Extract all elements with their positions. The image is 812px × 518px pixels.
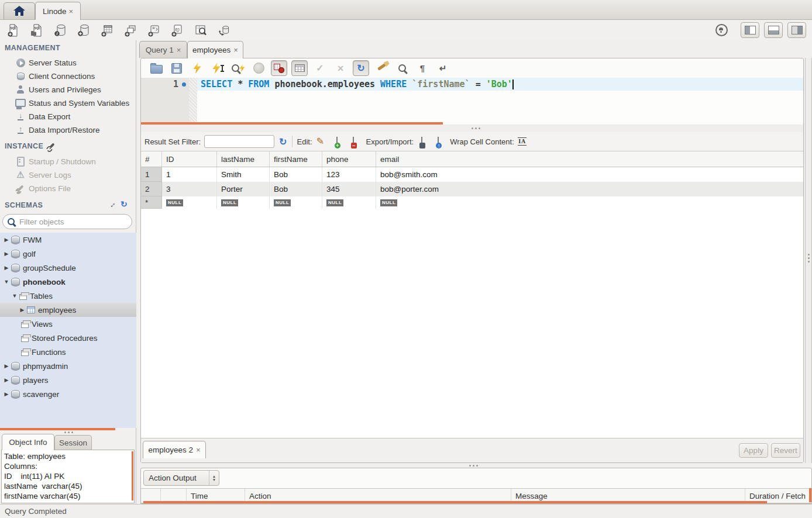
chevron-right-icon[interactable]: ▶ — [4, 377, 9, 383]
notification-bell-icon[interactable] — [715, 24, 728, 36]
tab-session[interactable]: Session — [54, 435, 92, 450]
chevron-right-icon[interactable]: ▶ — [19, 307, 25, 313]
column-header-rownum[interactable]: # — [141, 151, 162, 167]
create-procedure-button[interactable] — [146, 23, 161, 38]
tab-query-1[interactable]: Query 1 × — [139, 41, 187, 58]
sidebar-item-users-privileges[interactable]: Users and Privileges — [0, 83, 136, 96]
tree-item-schema-phonebook[interactable]: ▼ phonebook — [0, 275, 136, 289]
tree-item-schema-fwm[interactable]: ▶ FWM — [0, 233, 136, 247]
grid-cell[interactable]: NULL — [217, 196, 270, 209]
schema-filter-input[interactable] — [18, 217, 114, 227]
splitter-handle[interactable] — [808, 254, 810, 255]
sql-line-1[interactable]: SELECT * FROM phonebook.employees WHERE … — [197, 78, 803, 91]
rollback-button[interactable]: ✕ — [332, 60, 349, 76]
toggle-stop-on-error-button[interactable] — [271, 60, 287, 76]
home-tab[interactable] — [4, 2, 35, 19]
sidebar-item-client-connections[interactable]: Client Connections — [0, 70, 136, 82]
column-header-lastname[interactable]: lastName — [217, 151, 270, 167]
beautify-script-button[interactable] — [373, 60, 390, 76]
create-function-button[interactable]: f() — [170, 23, 185, 38]
connection-tab[interactable]: Linode × — [35, 2, 81, 20]
chevron-right-icon[interactable]: ▶ — [4, 265, 9, 271]
new-row-marker[interactable]: * — [141, 196, 162, 209]
grid-cell[interactable]: 3 — [162, 182, 217, 196]
toggle-right-sidebar-button[interactable] — [787, 22, 806, 38]
apply-button[interactable]: Apply — [739, 443, 768, 458]
grid-cell[interactable]: 123 — [322, 167, 376, 182]
tab-employees[interactable]: employees × — [187, 41, 243, 58]
search-table-data-button[interactable] — [193, 23, 208, 38]
grid-cell[interactable]: Bob — [270, 182, 322, 196]
sidebar-item-data-export[interactable]: ↓ Data Export — [0, 110, 136, 123]
tree-item-tables[interactable]: ▼ Tables — [0, 289, 136, 303]
toggle-wrap-cell-button[interactable]: IA — [514, 134, 531, 150]
reconnect-dbms-button[interactable] — [216, 23, 232, 38]
sidebar-item-data-import[interactable]: ↑ Data Import/Restore — [0, 123, 136, 136]
open-file-button[interactable] — [148, 60, 164, 76]
column-header-phone[interactable]: phone — [322, 151, 376, 167]
explain-plan-button[interactable] — [230, 60, 246, 76]
chevron-down-icon[interactable]: ▼ — [4, 279, 9, 285]
grid-cell[interactable]: bob@smith.com — [376, 167, 803, 182]
show-invisibles-button[interactable]: ¶ — [414, 60, 431, 76]
create-table-button[interactable] — [99, 23, 115, 38]
close-icon[interactable]: × — [196, 446, 201, 454]
revert-button[interactable]: Revert — [771, 443, 800, 458]
sql-code-area[interactable]: 1 SELECT * FROM phonebook.employees WHER… — [141, 78, 803, 122]
editor-result-splitter[interactable] — [141, 125, 803, 132]
chevron-right-icon[interactable]: ▶ — [4, 363, 9, 369]
toggle-left-sidebar-button[interactable] — [741, 22, 759, 38]
spinner-icon[interactable]: ▲▼ — [209, 471, 219, 485]
create-schema-button[interactable] — [76, 23, 91, 38]
import-records-button[interactable]: ↑ — [430, 134, 446, 150]
grid-cell[interactable]: Smith — [217, 167, 270, 182]
column-header-email[interactable]: email — [376, 151, 803, 167]
open-sql-script-button[interactable]: SQL — [29, 23, 44, 38]
chevron-down-icon[interactable]: ▼ — [12, 293, 18, 299]
toggle-autocommit-button[interactable]: ↻ — [353, 60, 369, 76]
expand-schemas-icon[interactable]: ↔ — [105, 198, 118, 210]
sidebar-item-startup-shutdown[interactable]: Startup / Shutdown — [0, 155, 136, 168]
column-header-firstname[interactable]: firstName — [270, 151, 322, 167]
sidebar-item-options-file[interactable]: Options File — [0, 182, 136, 195]
grid-cell[interactable]: NULL — [322, 196, 376, 209]
grid-cell[interactable]: NULL — [270, 196, 322, 209]
stop-query-button[interactable] — [250, 60, 267, 76]
object-info-scrollbar[interactable] — [132, 451, 133, 500]
grid-cell[interactable]: 1 — [162, 167, 217, 182]
splitter-handle[interactable] — [472, 127, 473, 129]
create-view-button[interactable] — [123, 23, 138, 38]
output-selector[interactable]: Action Output ▲▼ — [143, 470, 219, 486]
toggle-word-wrap-button[interactable]: ↵ — [435, 60, 451, 76]
result-filter-input[interactable] — [204, 135, 274, 148]
delete-row-button[interactable]: − — [345, 134, 362, 150]
tree-item-stored-procedures[interactable]: Stored Procedures — [0, 331, 136, 345]
refresh-schemas-icon[interactable]: ↻ — [121, 199, 128, 209]
close-icon[interactable]: × — [233, 46, 238, 54]
grid-cell[interactable]: 345 — [322, 182, 376, 196]
tree-item-schema-phpmyadmin[interactable]: ▶ phpmyadmin — [0, 359, 136, 373]
execute-query-button[interactable] — [189, 60, 205, 76]
sidebar-item-server-status[interactable]: Server Status — [0, 56, 136, 69]
export-recordset-button[interactable] — [414, 134, 430, 150]
output-vscrollbar[interactable] — [809, 488, 811, 502]
sidebar-item-server-logs[interactable]: ⚠ Server Logs — [0, 168, 136, 181]
find-button[interactable] — [394, 60, 410, 76]
tree-item-schema-groupschedule[interactable]: ▶ groupSchedule — [0, 261, 136, 275]
grid-cell[interactable]: NULL — [376, 196, 803, 209]
column-header-id[interactable]: ID — [162, 151, 217, 167]
close-icon[interactable]: × — [177, 46, 181, 54]
chevron-right-icon[interactable]: ▶ — [4, 237, 9, 243]
grid-cell[interactable]: Bob — [270, 167, 322, 182]
save-script-button[interactable] — [168, 60, 185, 76]
tree-item-schema-golf[interactable]: ▶ golf — [0, 247, 136, 261]
splitter-handle[interactable] — [64, 431, 66, 433]
tree-item-views[interactable]: Views — [0, 317, 136, 331]
add-row-button[interactable]: + — [329, 134, 345, 150]
tab-object-info[interactable]: Object Info — [2, 434, 54, 450]
grid-cell[interactable]: Porter — [217, 182, 270, 196]
chevron-right-icon[interactable]: ▶ — [4, 251, 9, 257]
commit-button[interactable]: ✓ — [312, 60, 328, 76]
tree-item-table-employees[interactable]: ▶ employees — [0, 303, 136, 317]
new-query-tab-button[interactable]: SQL — [6, 23, 21, 38]
